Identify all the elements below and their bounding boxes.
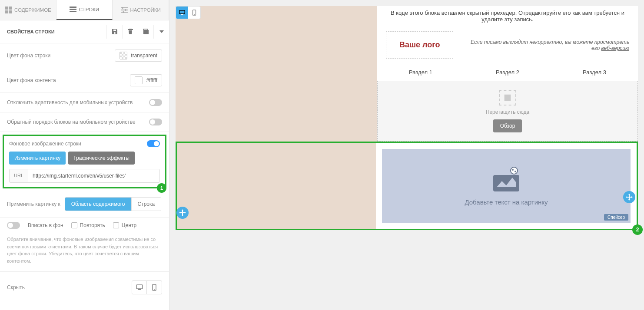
svg-point-25 xyxy=(512,169,514,171)
hide-mobile[interactable] xyxy=(147,281,162,294)
svg-rect-3 xyxy=(9,10,12,13)
move-icon xyxy=(626,194,633,201)
rows-icon xyxy=(70,6,76,13)
banner-caption: Добавьте текст на картинку xyxy=(465,198,548,206)
preview-toolbar xyxy=(176,6,201,19)
svg-rect-28 xyxy=(180,212,185,213)
spacer-tag[interactable]: Спейсер xyxy=(604,214,628,221)
logo-placeholder[interactable]: Ваше лого xyxy=(386,31,453,59)
svg-rect-2 xyxy=(5,10,8,13)
image-placeholder-icon xyxy=(499,90,516,106)
hide-row: Скрыть xyxy=(0,271,169,303)
svg-rect-30 xyxy=(627,197,631,198)
url-input[interactable] xyxy=(28,169,159,182)
banner-row-selected[interactable]: Добавьте текст на картинку Спейсер 2 xyxy=(176,142,638,230)
save-icon xyxy=(111,28,118,35)
dropzone-row[interactable]: Перетащить сюда Обзор xyxy=(176,81,638,142)
hide-desktop[interactable] xyxy=(132,281,147,294)
banner-placeholder[interactable]: Добавьте текст на картинку Спейсер xyxy=(382,149,631,223)
duplicate-button[interactable] xyxy=(138,25,153,39)
svg-point-12 xyxy=(123,11,124,13)
fit-options-row: Вписать в фон Повторять Центр xyxy=(0,218,169,233)
preview-mobile[interactable] xyxy=(188,7,200,19)
save-button[interactable] xyxy=(106,25,122,39)
svg-rect-19 xyxy=(179,10,185,14)
mobile-icon xyxy=(151,284,158,291)
white-swatch xyxy=(135,76,143,84)
reverse-mobile-row: Обратный порядок блоков на мобильном уст… xyxy=(0,112,169,132)
sidebar: СОДЕРЖИМОЕ СТРОКИ НАСТРОЙКИ СВОЙСТВА СТР… xyxy=(0,0,169,310)
svg-point-24 xyxy=(511,167,518,174)
reverse-mobile-toggle[interactable] xyxy=(149,119,162,125)
collapse-button[interactable] xyxy=(153,25,169,39)
banner-illustration-icon xyxy=(489,166,524,192)
callout-badge-2: 2 xyxy=(632,224,643,235)
svg-rect-0 xyxy=(5,7,8,10)
url-field: URL xyxy=(9,169,160,183)
trash-icon xyxy=(127,28,134,35)
callout-badge-1: 1 xyxy=(157,183,166,193)
disable-responsive-row: Отключить адаптивность для мобильных уст… xyxy=(0,93,169,112)
svg-rect-5 xyxy=(70,9,76,10)
tab-settings[interactable]: НАСТРОЙКИ xyxy=(113,0,169,20)
drop-hint: Перетащить сюда xyxy=(386,109,629,115)
sliders-icon xyxy=(121,7,128,13)
web-version-link[interactable]: веб-версию xyxy=(601,45,629,51)
content-bg-color: Цвет фона контента #ffffff xyxy=(0,68,169,93)
copy-icon xyxy=(143,28,149,35)
preview-desktop[interactable] xyxy=(176,7,188,19)
svg-rect-16 xyxy=(138,289,141,290)
row-move-handle-right[interactable] xyxy=(623,191,635,203)
web-version-text: Если письмо выглядит некорректно, вы мож… xyxy=(462,39,629,51)
svg-point-22 xyxy=(194,14,195,15)
mobile-icon xyxy=(191,10,197,16)
apply-row-option[interactable]: Строка xyxy=(132,198,161,211)
row-bg-color-chip[interactable]: transparent xyxy=(115,49,162,62)
canvas-area: В коде этого блока вставлен скрытый прех… xyxy=(169,0,644,310)
svg-point-11 xyxy=(125,9,126,11)
fit-toggle[interactable] xyxy=(7,222,20,229)
nav-item-1[interactable]: Раздел 1 xyxy=(409,69,432,76)
change-image-button[interactable]: Изменить картинку xyxy=(9,152,66,165)
preheader-row[interactable]: В коде этого блока вставлен скрытый прех… xyxy=(176,6,638,26)
apply-image-row: Применить картинку к Область содержимого… xyxy=(0,191,169,218)
properties-header: СВОЙСТВА СТРОКИ xyxy=(0,20,169,43)
nav-item-3[interactable]: Раздел 3 xyxy=(583,69,606,76)
tab-rows[interactable]: СТРОКИ xyxy=(56,0,113,20)
chevron-down-icon xyxy=(158,28,165,35)
move-icon xyxy=(179,209,186,216)
nav-item-2[interactable]: Раздел 2 xyxy=(496,69,519,76)
row-move-handle-left[interactable] xyxy=(176,207,189,219)
center-checkbox[interactable]: Центр xyxy=(113,222,136,228)
svg-rect-1 xyxy=(9,7,12,10)
hide-device-toggle xyxy=(132,280,162,294)
row-bg-color: Цвет фона строки transparent xyxy=(0,43,169,68)
tab-content[interactable]: СОДЕРЖИМОЕ xyxy=(0,0,56,20)
bg-image-label: Фоновое изображение строки xyxy=(9,141,81,147)
properties-title: СВОЙСТВА СТРОКИ xyxy=(7,29,55,34)
delete-button[interactable] xyxy=(122,25,138,39)
apply-content-option[interactable]: Область содержимого xyxy=(65,198,132,211)
svg-point-10 xyxy=(122,7,123,9)
apply-segmented: Область содержимого Строка xyxy=(65,197,161,211)
svg-rect-20 xyxy=(181,14,183,15)
browse-button[interactable]: Обзор xyxy=(493,119,522,132)
bg-image-toggle[interactable] xyxy=(147,140,160,147)
desktop-icon xyxy=(136,284,143,291)
nav-row[interactable]: Раздел 1 Раздел 2 Раздел 3 xyxy=(176,64,638,81)
transparent-swatch xyxy=(120,52,127,59)
repeat-checkbox[interactable]: Повторять xyxy=(71,222,105,228)
disable-responsive-toggle[interactable] xyxy=(149,99,162,106)
svg-point-26 xyxy=(515,171,516,172)
svg-rect-15 xyxy=(136,285,143,289)
content-bg-color-chip[interactable]: #ffffff xyxy=(130,74,162,86)
graphic-effects-button[interactable]: Графические эффекты xyxy=(68,152,135,165)
desktop-icon xyxy=(179,10,185,16)
svg-point-18 xyxy=(154,289,155,290)
info-text: Обратите внимание, что фоновые изображен… xyxy=(0,233,169,271)
logo-row[interactable]: Ваше лого Если письмо выглядит некоррект… xyxy=(176,26,638,64)
sidebar-tabs: СОДЕРЖИМОЕ СТРОКИ НАСТРОЙКИ xyxy=(0,0,169,20)
grid-icon xyxy=(5,7,12,13)
bg-image-panel: Фоновое изображение строки Изменить карт… xyxy=(3,135,166,188)
email-canvas: В коде этого блока вставлен скрытый прех… xyxy=(176,6,638,230)
